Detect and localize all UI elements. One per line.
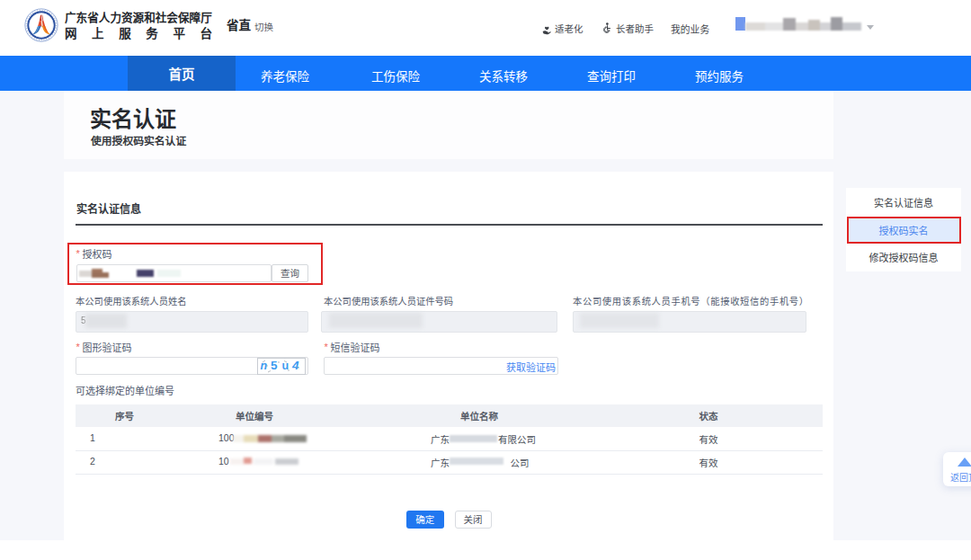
svg-text:5: 5 bbox=[271, 359, 278, 372]
svg-text:u: u bbox=[282, 359, 290, 371]
svg-text:4: 4 bbox=[291, 359, 299, 372]
